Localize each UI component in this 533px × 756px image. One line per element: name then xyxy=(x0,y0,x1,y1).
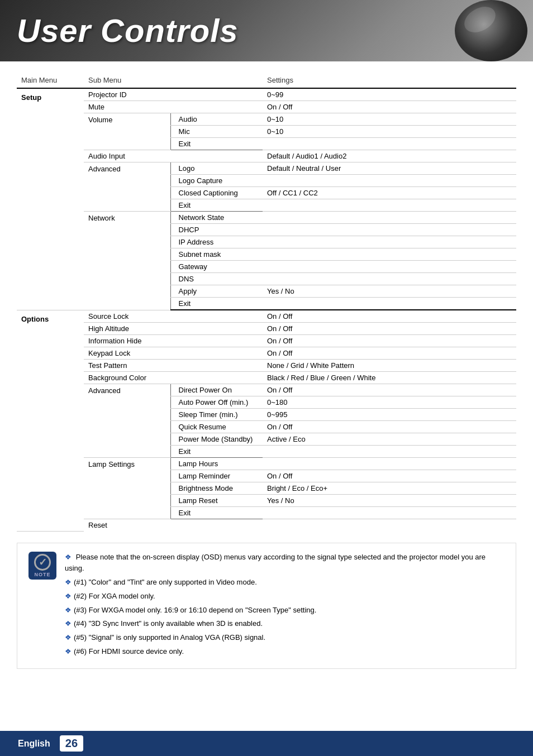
sub-menu-cell: Information Hide xyxy=(84,335,170,347)
sub2-cell: Auto Power Off (min.) xyxy=(170,396,263,409)
settings-cell xyxy=(263,446,516,458)
settings-cell: Bright / Eco / Eco+ xyxy=(263,482,516,495)
table-row: SetupProjector ID0~99 xyxy=(17,88,516,101)
sub-menu-cell: Lamp Settings xyxy=(84,458,170,519)
checkmark-icon: ✓ xyxy=(34,554,51,571)
sub2-cell: Lamp Reset xyxy=(170,495,263,507)
sub2-cell: Logo xyxy=(170,162,263,175)
sub-menu-cell: Background Color xyxy=(84,372,170,384)
sub2-cell xyxy=(170,519,263,532)
note-content: ❖ Please note that the on-screen display… xyxy=(65,552,505,660)
sub-menu-cell: Keypad Lock xyxy=(84,347,170,360)
sub2-cell: Lamp Hours xyxy=(170,458,263,470)
col-header-sub: Sub Menu xyxy=(84,73,170,88)
sub2-cell xyxy=(170,310,263,323)
footer-page-number: 26 xyxy=(60,735,83,752)
settings-cell xyxy=(263,519,516,532)
note-section: ✓ NOTE ❖ Please note that the on-screen … xyxy=(17,543,516,669)
note-bullet: ❖(#6) For HDMI source device only. xyxy=(65,646,505,658)
table-row: High AltitudeOn / Off xyxy=(17,323,516,335)
settings-cell: None / Grid / White Pattern xyxy=(263,360,516,372)
sub2-cell: Gateway xyxy=(170,261,263,273)
sub2-cell xyxy=(170,323,263,335)
sub2-cell: Mic xyxy=(170,126,263,138)
sub2-cell: Exit xyxy=(170,138,263,150)
sub2-cell: Power Mode (Standby) xyxy=(170,433,263,446)
note-icon: ✓ NOTE xyxy=(28,552,56,580)
settings-cell: 0~10 xyxy=(263,126,516,138)
note-bullet: ❖(#2) For XGA model only. xyxy=(65,591,505,602)
sub-menu-cell: Network xyxy=(84,212,170,310)
settings-cell xyxy=(263,298,516,310)
sub2-cell xyxy=(170,88,263,101)
table-row: OptionsSource LockOn / Off xyxy=(17,310,516,323)
sub2-cell: Direct Power On xyxy=(170,384,263,396)
settings-cell: On / Off xyxy=(263,335,516,347)
sub-menu-cell: Mute xyxy=(84,101,170,113)
settings-cell xyxy=(263,248,516,261)
settings-cell: 0~10 xyxy=(263,113,516,126)
sub2-cell: Network State xyxy=(170,212,263,224)
note-bullet: ❖(#5) "Signal" is only supported in Anal… xyxy=(65,632,505,644)
sub-menu-cell: Reset xyxy=(84,519,170,532)
sub2-cell: Sleep Timer (min.) xyxy=(170,409,263,421)
menu-table: Main Menu Sub Menu Settings SetupProject… xyxy=(17,73,516,532)
note-bullet: ❖(#3) For WXGA model only. 16:9 or 16:10… xyxy=(65,605,505,616)
settings-cell xyxy=(263,507,516,519)
sub-menu-cell: Test Pattern xyxy=(84,360,170,372)
settings-cell xyxy=(263,224,516,236)
page-header: User Controls xyxy=(0,0,533,61)
table-row: Information HideOn / Off xyxy=(17,335,516,347)
settings-cell xyxy=(263,273,516,285)
settings-cell: Default / Neutral / User xyxy=(263,162,516,175)
settings-cell xyxy=(263,199,516,212)
sub-menu-cell: High Altitude xyxy=(84,323,170,335)
footer-language: English xyxy=(11,736,57,752)
sub2-cell: Logo Capture xyxy=(170,175,263,187)
sub2-cell xyxy=(170,335,263,347)
table-row: Test PatternNone / Grid / White Pattern xyxy=(17,360,516,372)
settings-cell: 0~180 xyxy=(263,396,516,409)
sub2-cell: Subnet mask xyxy=(170,248,263,261)
sub2-cell: Exit xyxy=(170,446,263,458)
table-row: VolumeAudio0~10 xyxy=(17,113,516,126)
page-title: User Controls xyxy=(17,12,239,49)
sub2-cell: Exit xyxy=(170,507,263,519)
settings-cell xyxy=(263,175,516,187)
sub-menu-cell: Audio Input xyxy=(84,150,170,162)
col-header-settings: Settings xyxy=(263,73,516,88)
note-main: ❖ Please note that the on-screen display… xyxy=(65,552,505,575)
main-menu-cell: Setup xyxy=(17,88,84,310)
col-header-sub2 xyxy=(170,73,263,88)
settings-cell: On / Off xyxy=(263,101,516,113)
table-row: Keypad LockOn / Off xyxy=(17,347,516,360)
settings-cell xyxy=(263,138,516,150)
sub2-cell xyxy=(170,347,263,360)
sub-menu-cell: Source Lock xyxy=(84,310,170,323)
table-row: Background ColorBlack / Red / Blue / Gre… xyxy=(17,372,516,384)
main-menu-cell: Options xyxy=(17,310,84,531)
sub2-cell: Exit xyxy=(170,199,263,212)
table-row: AdvancedDirect Power OnOn / Off xyxy=(17,384,516,396)
settings-cell: On / Off xyxy=(263,323,516,335)
settings-cell: Yes / No xyxy=(263,495,516,507)
settings-cell xyxy=(263,212,516,224)
sub2-cell: DHCP xyxy=(170,224,263,236)
settings-cell: Default / Audio1 / Audio2 xyxy=(263,150,516,162)
table-row: Audio InputDefault / Audio1 / Audio2 xyxy=(17,150,516,162)
settings-cell: Black / Red / Blue / Green / White xyxy=(263,372,516,384)
sub2-cell xyxy=(170,101,263,113)
sub2-cell: Brightness Mode xyxy=(170,482,263,495)
table-row: Reset xyxy=(17,519,516,532)
settings-cell xyxy=(263,236,516,248)
col-header-main: Main Menu xyxy=(17,73,84,88)
sub2-cell: DNS xyxy=(170,273,263,285)
settings-cell: 0~99 xyxy=(263,88,516,101)
settings-cell: Active / Eco xyxy=(263,433,516,446)
table-row: NetworkNetwork State xyxy=(17,212,516,224)
sub2-cell: Exit xyxy=(170,298,263,310)
settings-cell xyxy=(263,261,516,273)
lens-image xyxy=(455,0,527,61)
note-bullet: ❖(#4) "3D Sync Invert" is only available… xyxy=(65,618,505,630)
sub2-cell: Closed Captioning xyxy=(170,187,263,199)
